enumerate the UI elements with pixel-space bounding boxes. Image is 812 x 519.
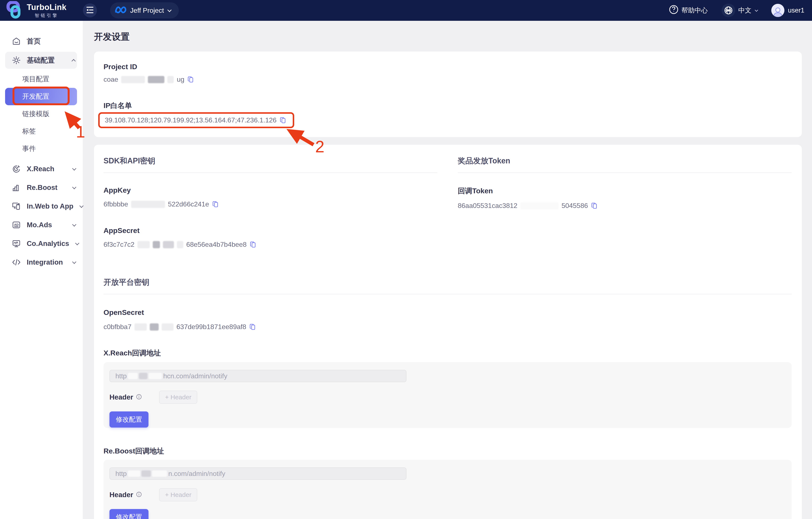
appkey-label: AppKey [104, 186, 437, 194]
project-id-prefix: coae [104, 76, 118, 83]
chevron-down-icon [72, 223, 76, 227]
brand-subtitle: 智链引擎 [35, 13, 59, 18]
redacted-block [128, 470, 140, 477]
page-title: 开发设置 [94, 31, 802, 42]
topbar: TurboLink 智链引擎 Jeff Project [0, 0, 812, 21]
sidebar-subitem-events[interactable]: 事件 [0, 140, 83, 157]
user-menu[interactable]: user1 [771, 4, 804, 17]
redacted-block [142, 470, 151, 477]
redacted-block [131, 201, 165, 208]
copy-icon[interactable] [249, 323, 257, 331]
user-name: user1 [788, 7, 804, 14]
project-switcher[interactable]: Jeff Project [110, 2, 179, 19]
xreach-callback-url-input[interactable]: http hcn.com/admin/notify [110, 370, 406, 382]
help-center-button[interactable]: 帮助中心 [669, 4, 708, 16]
main-content: 开发设置 Project ID coae ug IP白名单 39.108.70.… [83, 21, 812, 519]
appsecret-prefix: 6f3c7c7c2 [104, 241, 135, 249]
sidebar-subitem-project-config[interactable]: 项目配置 [0, 70, 83, 88]
project-id-suffix: ug [177, 76, 184, 83]
redacted-block [167, 76, 174, 83]
project-info-card: Project ID coae ug IP白名单 39.108.70.128;1… [94, 52, 802, 137]
save-config-button[interactable]: 修改配置 [110, 509, 148, 519]
header-label: Header [110, 393, 133, 401]
collapse-sidebar-button[interactable] [83, 3, 97, 18]
sidebar-item-label: Mo.Ads [27, 221, 66, 229]
sidebar-item-web-to-app[interactable]: In.Web to App [0, 197, 83, 215]
sidebar-item-home[interactable]: 首页 [0, 32, 83, 51]
ip-whitelist-label: IP白名单 [104, 101, 792, 111]
sidebar-item-label: In.Web to App [27, 202, 74, 210]
gear-icon [12, 56, 21, 65]
sidebar-subitem-link-template[interactable]: 链接模版 [0, 105, 83, 123]
xreach-callback-panel: http hcn.com/admin/notify Header + Heade… [104, 362, 792, 428]
url-suffix: hcn.com/admin/notify [163, 372, 227, 380]
redacted-block [121, 76, 145, 83]
globe-icon [722, 4, 735, 17]
sdk-api-section: SDK和API密钥 AppKey 6fbbbbe 522d66c241e App… [104, 156, 437, 249]
sidebar-subitem-label: 标签 [22, 127, 36, 136]
redacted-block [148, 76, 165, 83]
appsecret-suffix: 68e56ea4b7b4bee8 [186, 241, 247, 249]
language-switcher[interactable]: 中文 [722, 4, 758, 17]
chevron-down-icon [72, 167, 76, 171]
sidebar-subitem-dev-config[interactable]: 开发配置 [5, 88, 77, 105]
save-config-button[interactable]: 修改配置 [110, 411, 148, 428]
callback-token-suffix: 5045586 [561, 202, 588, 210]
sidebar-item-moads[interactable]: AD Mo.Ads [0, 215, 83, 234]
appsecret-label: AppSecret [104, 226, 437, 235]
copy-icon[interactable] [250, 241, 257, 249]
reboost-callback-url-input[interactable]: http n.com/admin/notify [110, 467, 406, 480]
opensecret-label: OpenSecret [104, 308, 792, 317]
sidebar-item-label: 基础配置 [27, 56, 65, 65]
opensecret-suffix: 637de99b1871ee89af8 [176, 323, 246, 331]
sidebar-item-xreach[interactable]: X.Reach [0, 160, 83, 178]
sidebar-subitem-tags[interactable]: 标签 [0, 123, 83, 140]
reboost-callback-title: Re.Boost回调地址 [104, 446, 792, 456]
callback-token-value: 86aa05531cac3812 5045586 [458, 202, 792, 210]
info-icon [136, 394, 142, 401]
chevron-down-icon [72, 260, 76, 264]
analytics-icon [12, 239, 21, 248]
reboost-callback-panel: http n.com/admin/notify Header + Header … [104, 460, 792, 519]
appkey-prefix: 6fbbbbe [104, 200, 128, 208]
question-circle-icon [669, 4, 679, 16]
add-header-button[interactable]: + Header [159, 488, 197, 501]
sidebar-subitem-label: 开发配置 [22, 92, 50, 101]
chevron-down-icon [167, 8, 172, 12]
callback-token-prefix: 86aa05531cac3812 [458, 202, 517, 210]
sidebar-item-integration[interactable]: Integration [0, 253, 83, 271]
url-prefix: http [115, 470, 127, 478]
ip-whitelist-value: 39.108.70.128;120.79.199.92;13.56.164.67… [98, 112, 294, 128]
copy-icon[interactable] [212, 201, 220, 208]
brand-name: TurboLink [27, 3, 66, 11]
avatar [771, 4, 784, 17]
chain-logo-icon [6, 1, 24, 20]
appkey-value: 6fbbbbe 522d66c241e [104, 200, 437, 208]
copy-icon[interactable] [280, 116, 287, 124]
sidebar-item-coanalytics[interactable]: Co.Analytics [0, 234, 83, 253]
basic-config-submenu: 项目配置 开发配置 链接模版 标签 事件 [0, 70, 83, 157]
sidebar-item-reboost[interactable]: Re.Boost [0, 178, 83, 197]
svg-text:AD: AD [14, 223, 19, 226]
sidebar-item-basic-config[interactable]: 基础配置 [5, 52, 77, 69]
copy-icon[interactable] [187, 76, 195, 83]
web-to-app-icon [12, 202, 21, 211]
project-id-value: coae ug [104, 76, 792, 83]
collapse-sidebar-icon [86, 6, 94, 15]
redacted-block [153, 241, 160, 248]
appkey-suffix: 522d66c241e [168, 200, 209, 208]
xreach-callback-title: X.Reach回调地址 [104, 348, 792, 358]
ip-whitelist-text: 39.108.70.128;120.79.199.92;13.56.164.67… [105, 116, 277, 124]
chevron-down-icon [75, 241, 76, 246]
home-icon [12, 37, 21, 46]
copy-icon[interactable] [591, 202, 599, 210]
help-center-label: 帮助中心 [682, 6, 708, 15]
language-label: 中文 [738, 6, 751, 15]
callback-token-label: 回调Token [458, 186, 792, 196]
keys-card: SDK和API密钥 AppKey 6fbbbbe 522d66c241e App… [94, 145, 802, 519]
sidebar-item-label: Re.Boost [27, 183, 66, 192]
ad-icon: AD [12, 221, 21, 229]
opensecret-prefix: c0bfbba7 [104, 323, 132, 331]
add-header-button[interactable]: + Header [159, 391, 197, 404]
open-platform-section-title: 开放平台密钥 [104, 277, 792, 294]
